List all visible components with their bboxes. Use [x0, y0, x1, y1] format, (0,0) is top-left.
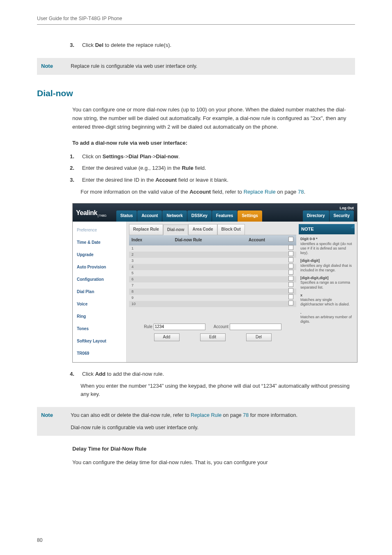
- sidebar-item-auto-provision[interactable]: Auto Provision: [73, 261, 126, 273]
- top-tab-network[interactable]: Network: [162, 210, 187, 222]
- row-checkbox[interactable]: [286, 251, 296, 258]
- step-num: 2.: [70, 164, 81, 173]
- t: ->: [124, 153, 129, 160]
- cell-index: 1: [129, 245, 149, 251]
- t: Click: [82, 371, 95, 377]
- sub-tab-dial-now[interactable]: Dial-now: [163, 224, 189, 235]
- top-tab-settings[interactable]: Settings: [238, 210, 262, 222]
- t: Rule: [182, 165, 193, 171]
- link-replace-rule[interactable]: Replace Rule: [191, 412, 221, 418]
- page-header: User Guide for the SIP-T48G IP Phone: [37, 15, 355, 25]
- note-label: Note: [37, 407, 71, 436]
- step-num: 1.: [70, 153, 81, 161]
- to-add-heading: To add a dial-now rule via web user inte…: [72, 139, 355, 148]
- row-checkbox[interactable]: [286, 270, 296, 276]
- table-row: 6: [129, 276, 296, 282]
- top-tab-dsskey[interactable]: DSSKey: [187, 210, 212, 222]
- sub-tabs: Replace RuleDial-nowArea CodeBlock Out: [127, 222, 299, 235]
- row-checkbox[interactable]: [286, 282, 296, 289]
- t: ->: [151, 153, 156, 160]
- top-tab-features[interactable]: Features: [212, 210, 238, 222]
- row-checkbox[interactable]: [286, 301, 296, 307]
- cell-index: 9: [129, 295, 149, 301]
- cell-index: 5: [129, 270, 149, 276]
- row-checkbox[interactable]: [286, 257, 296, 264]
- t: .: [304, 189, 305, 195]
- add-button[interactable]: Add: [154, 333, 180, 341]
- top-tab-security[interactable]: Security: [330, 210, 354, 222]
- top-tab-status[interactable]: Status: [116, 210, 137, 222]
- cell-index: 10: [129, 301, 149, 307]
- account-input[interactable]: [230, 324, 281, 330]
- col-select-all[interactable]: [286, 235, 296, 245]
- row-checkbox[interactable]: [286, 294, 296, 301]
- t: Settings: [102, 153, 123, 160]
- note-content: You can also edit or delete the dial-now…: [71, 407, 302, 436]
- sidebar-item-tr069[interactable]: TR069: [73, 347, 126, 360]
- sidebar-item-voice[interactable]: Voice: [73, 298, 126, 310]
- top-tab-account[interactable]: Account: [137, 210, 162, 222]
- del-button[interactable]: Del: [246, 333, 272, 341]
- cell-index: 6: [129, 276, 149, 282]
- step-text-post: to delete the replace rule(s).: [104, 42, 171, 48]
- link-replace-rule[interactable]: Replace Rule: [244, 189, 276, 195]
- t: .: [178, 153, 180, 160]
- t: on page: [221, 412, 243, 418]
- dial-now-table: Index Dial-now Rule Account 12345678910: [129, 235, 296, 307]
- row-checkbox[interactable]: [286, 264, 296, 270]
- row-checkbox[interactable]: [286, 245, 296, 252]
- top-tab-directory[interactable]: Directory: [303, 210, 329, 222]
- step-3: 3. Enter the desired line ID in the Acco…: [70, 176, 355, 185]
- note-secondary: Dial-now rule is configurable via web us…: [71, 423, 297, 432]
- top-tabs: StatusAccountNetworkDSSKeyFeaturesSettin…: [116, 210, 354, 222]
- note-box-2: Note You can also edit or delete the dia…: [37, 407, 355, 436]
- sidebar-item-softkey-layout[interactable]: Softkey Layout: [73, 335, 126, 347]
- link-page[interactable]: 78: [243, 412, 249, 418]
- row-checkbox[interactable]: [286, 288, 296, 295]
- sidebar-item-configuration[interactable]: Configuration: [73, 273, 126, 286]
- t: Click on: [82, 153, 103, 160]
- t: for more information.: [249, 412, 297, 418]
- sidebar-item-time-date[interactable]: Time & Date: [73, 236, 126, 249]
- table-row: 4: [129, 264, 296, 270]
- col-rule: Dial-now Rule: [149, 235, 228, 245]
- step-1: 1. Click on Settings->Dial Plan->Dial-no…: [70, 153, 355, 161]
- sidebar-item-dial-plan[interactable]: Dial Plan: [73, 286, 126, 298]
- cell-index: 4: [129, 264, 149, 270]
- note-item: Digit 0-9 *Identifies a specific digit (…: [300, 237, 353, 255]
- note-panel: NOTE Digit 0-9 *Identifies a specific di…: [299, 222, 357, 362]
- sidebar-item-tones[interactable]: Tones: [73, 323, 126, 335]
- sidebar: PreferenceTime & DateUpgradeAuto Provisi…: [73, 222, 127, 362]
- note-content: Replace rule is configurable via web use…: [71, 58, 201, 75]
- link-page[interactable]: 78: [298, 189, 304, 195]
- edit-button[interactable]: Edit: [200, 333, 226, 341]
- note-box: Note Replace rule is configurable via we…: [37, 58, 355, 75]
- note-item: [digit-digit]Identifies any digit dialed…: [300, 259, 353, 273]
- note-label: Note: [37, 58, 71, 75]
- cell-index: 2: [129, 252, 149, 257]
- sub-tab-replace-rule[interactable]: Replace Rule: [129, 224, 163, 235]
- step-2: 2. Enter the desired value (e.g., 1234) …: [70, 164, 355, 173]
- delay-title: Delay Time for Dial-Now Rule: [72, 445, 355, 453]
- sidebar-item-preference[interactable]: Preference: [73, 224, 126, 236]
- step-text-pre: Click: [82, 42, 95, 48]
- t: field.: [194, 165, 206, 171]
- sub-tab-block-out[interactable]: Block Out: [217, 224, 245, 235]
- t: Account: [155, 177, 177, 183]
- sidebar-item-upgrade[interactable]: Upgrade: [73, 249, 126, 261]
- table-row: 10: [129, 301, 296, 307]
- rule-label: Rule: [144, 324, 152, 330]
- step-3-sub: For more information on the valid value …: [81, 188, 355, 197]
- note-item: [digit-digit,digit]Specifies a range as …: [300, 276, 353, 290]
- cell-index: 8: [129, 289, 149, 294]
- sidebar-item-ring[interactable]: Ring: [73, 310, 126, 323]
- account-label: Account: [214, 324, 228, 330]
- sub-tab-area-code[interactable]: Area Code: [188, 224, 217, 235]
- row-checkbox[interactable]: [286, 276, 296, 282]
- logout-link[interactable]: Log Out: [340, 205, 354, 211]
- rule-input[interactable]: [154, 324, 205, 330]
- t: Dial-now: [156, 153, 178, 160]
- table-row: 8: [129, 289, 296, 295]
- t: You can also edit or delete the dial-now…: [71, 412, 191, 418]
- note-item: xMatches any single digit/character whic…: [300, 293, 353, 307]
